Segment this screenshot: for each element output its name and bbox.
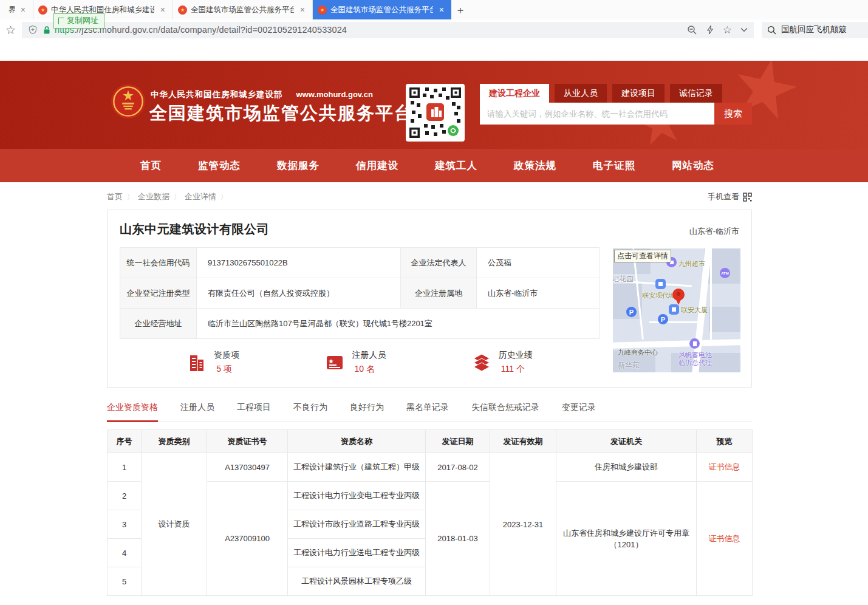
stat-value: 111 个: [499, 364, 533, 375]
tab-close-icon[interactable]: ×: [298, 5, 307, 15]
poi-supermarket: 九州超市: [678, 259, 705, 268]
browser-quick-search[interactable]: 国航回应飞机颠簸: [762, 22, 868, 38]
search-button[interactable]: 搜索: [714, 103, 752, 125]
nav-site-news[interactable]: 网站动态: [672, 159, 714, 173]
qual-name: 工程设计电力行业变电工程专业丙级: [288, 482, 426, 510]
tab-projects[interactable]: 工程项目: [237, 402, 271, 422]
stat-registered-personnel[interactable]: 注册人员 10 名: [324, 350, 386, 375]
stat-label: 历史业绩: [499, 350, 533, 361]
new-tab-button[interactable]: ＋: [451, 0, 470, 19]
tab-close-icon[interactable]: ×: [18, 5, 28, 15]
nav-home[interactable]: 首页: [140, 159, 162, 173]
breadcrumb-home[interactable]: 首页: [107, 191, 123, 202]
validity-date: 2023-12-31: [490, 453, 556, 596]
company-name: 山东中元建筑设计有限公司: [120, 221, 269, 238]
search-tab-credit[interactable]: 诚信记录: [670, 84, 722, 103]
certificate-info-link[interactable]: 证书信息: [709, 462, 740, 471]
company-location-pin: [672, 289, 685, 301]
shield-plus-icon: [28, 25, 38, 35]
tab-title: 全国建筑市场监管公共服务平台: [191, 5, 294, 15]
flash-icon[interactable]: [706, 25, 714, 35]
breadcrumb-separator: 〉: [174, 193, 180, 202]
gov-emblem-icon: ★: [38, 5, 47, 15]
breadcrumb: 首页 〉 企业数据 〉 企业详情 〉 手机查看: [107, 191, 752, 202]
col-no: 序号: [108, 430, 142, 453]
detail-tab-bar: 企业资质资格 注册人员 工程项目 不良行为 良好行为 黑名单记录 失信联合惩戒记…: [107, 402, 752, 422]
stat-label: 注册人员: [352, 350, 386, 361]
chevron-down-icon[interactable]: [740, 27, 748, 32]
row-no: 5: [108, 567, 142, 596]
issuer: 山东省住房和城乡建设厅许可专用章 （1201）: [556, 482, 697, 596]
col-preview: 预览: [697, 430, 753, 453]
row-no: 4: [108, 539, 142, 567]
page-top-gap: [0, 40, 868, 61]
poi-lianan-tower: 联安大厦: [681, 306, 708, 315]
url-rest: ://jzsc.mohurd.gov.cn/data/company/detai…: [74, 25, 347, 35]
qual-name: 工程设计市政行业道路工程专业丙级: [288, 510, 426, 539]
search-tab-project[interactable]: 建设项目: [612, 84, 665, 103]
col-cert-no: 资质证书号: [207, 430, 288, 453]
keyword-search-input[interactable]: [480, 103, 714, 125]
nav-data-service[interactable]: 数据服务: [277, 159, 320, 173]
table-header-row: 序号 资质类别 资质证书号 资质名称 发证日期 发证有效期 发证机关 预览: [108, 430, 753, 453]
company-location-map[interactable]: 点击可查看详情 九州超市 ATM 记花园 联安现代城 联安大厦 P P 九峰商务…: [613, 248, 740, 372]
row-no: 2: [108, 482, 142, 510]
mobile-view-link[interactable]: 手机查看: [708, 191, 752, 202]
battery-pin-icon: [689, 338, 700, 349]
row-no: 3: [108, 510, 142, 539]
qual-name: 工程设计建筑行业（建筑工程）甲级: [288, 453, 426, 482]
browser-tab-jzsc-active[interactable]: ★ 全国建筑市场监管公共服务平台 ×: [313, 0, 451, 19]
stat-value: 5 项: [214, 364, 239, 375]
certificate-info-link[interactable]: 证书信息: [709, 534, 740, 543]
reg-type-value: 有限责任公司（自然人投资或控股）: [197, 278, 401, 309]
credit-code-label: 统一社会信用代码: [120, 248, 197, 278]
tab-dishonesty[interactable]: 失信联合惩戒记录: [471, 402, 539, 422]
legal-rep-label: 企业法定代表人: [401, 248, 477, 278]
platform-title: 全国建筑市场监管公共服务平台: [149, 101, 413, 126]
nav-supervision[interactable]: 监管动态: [198, 159, 241, 173]
zoom-out-icon[interactable]: [687, 25, 697, 35]
qr-code: [406, 84, 465, 142]
national-emblem: [111, 84, 146, 119]
nav-credit[interactable]: 信用建设: [356, 159, 398, 173]
stat-history-performance[interactable]: 历史业绩 111 个: [471, 350, 533, 375]
tab-qualifications[interactable]: 企业资质资格: [107, 402, 158, 422]
performance-layers-icon: [471, 352, 492, 373]
favorite-star-icon[interactable]: ☆: [723, 24, 732, 36]
atm-pin-icon: ATM: [720, 268, 730, 278]
tab-change-records[interactable]: 变更记录: [562, 402, 596, 422]
browser-tab-jzsc-1[interactable]: ★ 全国建筑市场监管公共服务平台 ×: [173, 0, 313, 19]
tab-good-behavior[interactable]: 良好行为: [350, 402, 384, 422]
address-bar[interactable]: https://jzsc.mohurd.gov.cn/data/company/…: [22, 22, 754, 38]
nav-e-cert[interactable]: 电子证照: [593, 159, 635, 173]
browser-tab-bar: 界 × ★ 中华人民共和国住房和城乡建设 × ★ 全国建筑市场监管公共服务平台 …: [0, 0, 868, 19]
bookmark-star-icon[interactable]: ☆: [5, 23, 16, 37]
browser-tab-partial[interactable]: 界 ×: [0, 0, 33, 19]
main-navigation: 首页 监管动态 数据服务 信用建设 建筑工人 政策法规 电子证照 网站动态: [0, 149, 868, 182]
company-info-table: 统一社会信用代码 91371302675501022B 企业法定代表人 公茂福 …: [120, 247, 600, 339]
stat-qualifications[interactable]: 资质项 5 项: [186, 350, 239, 375]
tab-title: 全国建筑市场监管公共服务平台: [330, 5, 433, 15]
tab-blacklist[interactable]: 黑名单记录: [406, 402, 449, 422]
banner-search-widget: 建设工程企业 从业人员 建设项目 诚信记录 搜索: [480, 84, 752, 125]
breadcrumb-enterprise-data[interactable]: 企业数据: [138, 191, 169, 202]
tab-close-icon[interactable]: ×: [437, 5, 446, 15]
company-region: 山东省-临沂市: [689, 226, 739, 237]
reg-type-label: 企业登记注册类型: [120, 278, 197, 309]
address-bar-actions: ☆: [687, 24, 748, 36]
qualification-table: 序号 资质类别 资质证书号 资质名称 发证日期 发证有效期 发证机关 预览 1 …: [107, 429, 753, 596]
tab-bad-behavior[interactable]: 不良行为: [293, 402, 327, 422]
search-tab-enterprise[interactable]: 建设工程企业: [480, 84, 549, 103]
qual-name: 工程设计风景园林工程专项乙级: [288, 567, 426, 596]
tab-close-icon[interactable]: ×: [158, 5, 168, 15]
nav-policy[interactable]: 政策法规: [514, 159, 556, 173]
search-tab-personnel[interactable]: 从业人员: [555, 84, 607, 103]
tab-registered-personnel[interactable]: 注册人员: [180, 402, 214, 422]
stat-value: 10 名: [352, 364, 386, 375]
stat-label: 资质项: [214, 350, 239, 361]
qualification-building-icon: [186, 352, 207, 373]
nav-workers[interactable]: 建筑工人: [435, 159, 477, 173]
copy-tooltip-label: 复制网址: [67, 15, 98, 26]
breadcrumb-enterprise-detail[interactable]: 企业详情: [185, 191, 216, 202]
address-value: 临沂市兰山区陶然路107号星河晶都（联安）现代城1号楼2201室: [197, 309, 600, 339]
